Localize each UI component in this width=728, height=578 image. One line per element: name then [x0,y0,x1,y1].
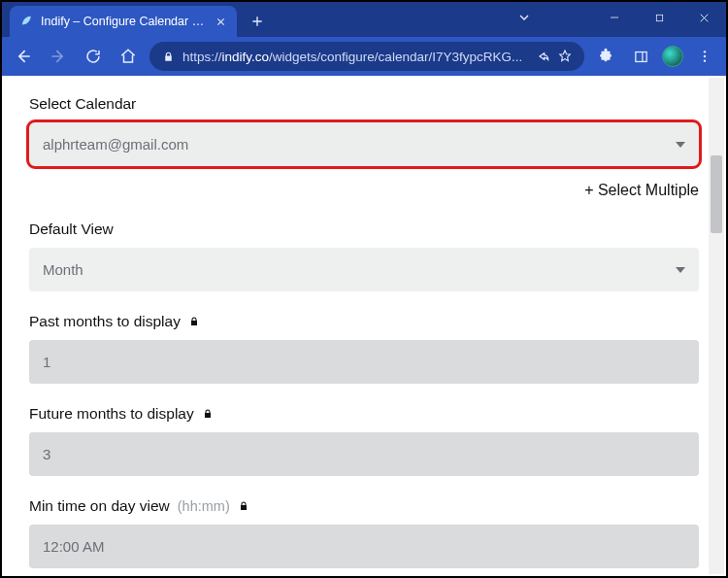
page-viewport: Select Calendar alphrteam@gmail.com + Se… [4,78,724,574]
bookmark-star-icon[interactable] [557,49,573,64]
window-titlebar: Indify – Configure Calendar Widg [2,2,726,37]
past-months-input[interactable]: 1 [29,340,699,384]
config-form: Select Calendar alphrteam@gmail.com + Se… [4,78,724,574]
future-months-label-text: Future months to display [29,405,194,423]
past-months-value: 1 [43,354,50,370]
new-tab-button[interactable] [245,9,270,34]
default-view-label: Default View [29,221,699,238]
tab-close-icon[interactable] [214,15,227,28]
nav-back-button[interactable] [10,43,37,70]
url-host: indify.co [222,50,270,64]
extensions-puzzle-icon[interactable] [592,43,619,70]
select-calendar-value: alphrteam@gmail.com [43,136,188,153]
past-months-label: Past months to display [29,313,699,330]
profile-avatar[interactable] [662,46,683,67]
window-close-button[interactable] [681,2,726,33]
tab-list-chevron-icon[interactable] [516,10,532,25]
min-time-hint: (hh:mm) [178,498,230,514]
nav-forward-button[interactable] [45,43,72,70]
url-path: /widgets/configure/calendar/I7Y3fypcRKG.… [269,50,522,64]
lock-icon [238,499,249,513]
share-icon[interactable] [534,49,549,64]
url-scheme: https:// [182,50,222,64]
lock-icon [188,315,200,328]
svg-rect-0 [656,15,662,20]
past-months-label-text: Past months to display [29,313,181,330]
tab-favicon-feather-icon [19,15,33,28]
sidepanel-icon[interactable] [627,43,654,70]
future-months-label: Future months to display [29,405,699,423]
min-time-label: Min time on day view (hh:mm) [29,497,699,515]
min-time-label-text: Min time on day view [29,497,170,515]
select-calendar-label: Select Calendar [29,95,699,113]
browser-toolbar: https://indify.co/widgets/configure/cale… [2,37,726,76]
vertical-scrollbar[interactable] [709,78,724,574]
tab-title: Indify – Configure Calendar Widg [41,15,214,28]
select-calendar-dropdown[interactable]: alphrteam@gmail.com [29,122,699,166]
min-time-input[interactable]: 12:00 AM [29,525,699,568]
default-view-value: Month [43,261,83,278]
future-months-input[interactable]: 3 [29,432,699,476]
chevron-down-icon [676,267,685,273]
svg-point-4 [704,59,706,61]
select-multiple-link[interactable]: + Select Multiple [29,182,699,199]
default-view-dropdown[interactable]: Month [29,248,699,291]
reload-button[interactable] [80,43,107,70]
chevron-down-icon [676,142,685,148]
home-button[interactable] [115,43,142,70]
svg-point-2 [704,51,706,52]
address-bar[interactable]: https://indify.co/widgets/configure/cale… [149,42,584,71]
browser-tab[interactable]: Indify – Configure Calendar Widg [10,6,237,37]
window-maximize-button[interactable] [637,2,681,33]
min-time-value: 12:00 AM [43,538,104,555]
svg-rect-1 [635,51,645,61]
kebab-menu-icon[interactable] [691,43,718,70]
url-text: https://indify.co/widgets/configure/cale… [182,50,526,64]
lock-icon [161,50,175,63]
scrollbar-thumb[interactable] [711,155,722,233]
svg-point-3 [704,55,706,57]
lock-icon [202,407,214,421]
future-months-value: 3 [43,446,50,462]
window-minimize-button[interactable] [592,2,637,33]
